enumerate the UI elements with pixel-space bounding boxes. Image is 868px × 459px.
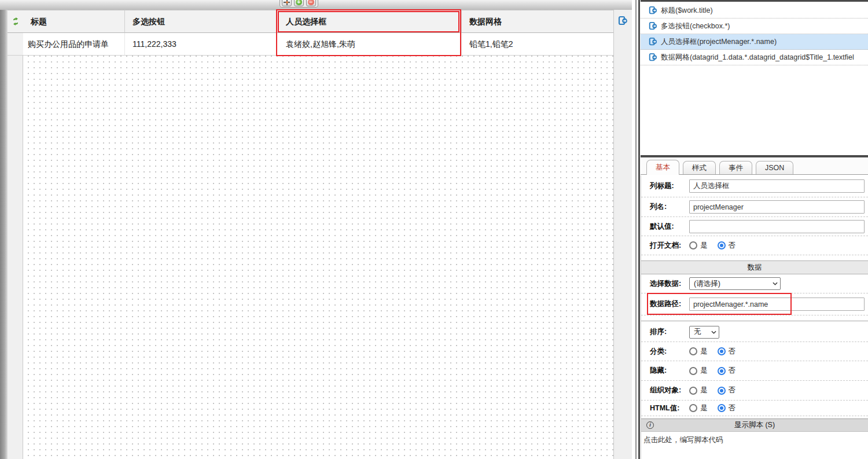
grid-col-header-title[interactable]: 标题 [23, 10, 124, 33]
prop-label-sort: 排序: [650, 327, 689, 337]
prop-row-html-value: HTML值: 是 否 [641, 401, 868, 416]
canvas-left-edge [0, 10, 8, 459]
grid-cell-title[interactable]: 购买办公用品的申请单 [23, 33, 124, 56]
org-object-radio-yes[interactable] [689, 387, 697, 395]
tab-basic[interactable]: 基本 [646, 160, 679, 175]
grid-col-header-person[interactable]: 人员选择框 [276, 10, 461, 33]
tree-item-label: 数据网格(datagrid_1.data.*.datagrid_datagrid… [661, 53, 854, 63]
show-script-bar[interactable]: i 显示脚本 (S) [641, 418, 868, 432]
radio-yes-label: 是 [700, 385, 708, 395]
remove-icon: − [308, 0, 314, 5]
grid-cell-datagrid[interactable]: 铅笔1,铅笔2 [461, 33, 613, 56]
default-value-input[interactable] [689, 220, 865, 233]
add-column-button[interactable]: + [294, 0, 304, 6]
prop-label-html-value: HTML值: [650, 403, 689, 413]
select-data-value: (请选择) [694, 279, 720, 289]
radio-yes-label: 是 [700, 241, 708, 251]
tree-item-label: 人员选择框(projectMenager.*.name) [661, 37, 777, 47]
radio-no-label: 否 [729, 403, 736, 413]
open-doc-radio-yes[interactable] [689, 241, 697, 249]
chevron-down-icon [711, 331, 716, 334]
doc-export-icon [649, 21, 657, 31]
section-end-divider [641, 315, 868, 321]
col-name-input[interactable] [689, 200, 865, 214]
remove-column-button[interactable]: − [306, 0, 316, 6]
prop-label-select-data: 选择数据: [650, 279, 689, 289]
move-icon [284, 0, 290, 5]
swap-icon [12, 17, 20, 25]
tab-json[interactable]: JSON [756, 161, 793, 174]
prop-row-org-object: 组织对象: 是 否 [641, 381, 868, 401]
radio-yes-label: 是 [700, 347, 708, 357]
prop-label-hidden: 隐藏: [650, 366, 689, 376]
prop-row-open-doc: 打开文档: 是 否 [641, 236, 868, 255]
grid-cell-person[interactable]: 袁绪姣,赵旭锋,朱萌 [276, 33, 461, 56]
properties-pane: 标题($work.title) 多选按钮(checkbox.*) 人员选择框(p… [641, 0, 868, 459]
grid-corner-cell[interactable] [8, 10, 23, 33]
hidden-radio-yes[interactable] [689, 367, 697, 375]
html-value-radio-no[interactable] [718, 404, 726, 412]
tree-item-person-selected[interactable]: 人员选择框(projectMenager.*.name) [641, 34, 868, 50]
doc-export-icon [649, 37, 657, 47]
grid-col-header-checkbox[interactable]: 多选按钮 [124, 10, 276, 33]
tree-item-checkbox[interactable]: 多选按钮(checkbox.*) [641, 19, 868, 34]
prop-row-sort: 排序: 无 [641, 322, 868, 342]
open-doc-radio-no[interactable] [718, 241, 726, 249]
col-title-input[interactable] [689, 179, 865, 193]
basic-properties-panel: 列标题: 列名: 默认值: 打开文档: 是 否 数据 [641, 175, 868, 459]
show-script-label: 显示脚本 (S) [734, 421, 775, 429]
script-hint-area[interactable]: 点击此处，编写脚本代码 [641, 432, 868, 445]
pane-splitter[interactable] [632, 0, 641, 459]
prop-label-col-title: 列标题: [650, 181, 689, 191]
radio-yes-label: 是 [700, 403, 708, 413]
field-binding-tree: 标题($work.title) 多选按钮(checkbox.*) 人员选择框(p… [641, 0, 868, 155]
prop-label-default-value: 默认值: [650, 222, 689, 232]
prop-label-data-path: 数据路径: [650, 299, 689, 309]
tab-events[interactable]: 事件 [719, 161, 752, 174]
org-object-radio-no[interactable] [718, 387, 726, 395]
tree-item-label: 多选按钮(checkbox.*) [661, 21, 730, 31]
prop-label-open-doc: 打开文档: [650, 241, 689, 251]
design-canvas[interactable] [23, 56, 613, 459]
tree-item-title[interactable]: 标题($work.title) [641, 3, 868, 19]
grid-cell-checkbox[interactable]: 111,222,333 [124, 33, 276, 56]
radio-no-label: 否 [729, 241, 736, 251]
grid-right-filler [613, 10, 632, 459]
html-value-radio-yes[interactable] [689, 404, 697, 412]
radio-yes-label: 是 [700, 366, 708, 376]
doc-export-icon[interactable] [618, 16, 628, 27]
data-section-header: 数据 [641, 260, 868, 274]
prop-row-data-path: 数据路径: [641, 293, 868, 315]
category-radio-no[interactable] [718, 347, 726, 355]
select-data-dropdown[interactable]: (请选择) [689, 277, 781, 290]
property-tabs: 基本 样式 事件 JSON [641, 157, 868, 175]
radio-no-label: 否 [729, 347, 736, 357]
prop-label-org-object: 组织对象: [650, 385, 689, 395]
prop-label-col-name: 列名: [650, 202, 689, 212]
hidden-radio-no[interactable] [718, 367, 726, 375]
widget-toolbar: + − [279, 0, 318, 8]
prop-row-col-title: 列标题: [641, 175, 868, 197]
radio-no-label: 否 [729, 366, 736, 376]
info-icon: i [646, 421, 654, 429]
grid-row-gutter [8, 33, 23, 56]
prop-row-select-data: 选择数据: (请选择) [641, 274, 868, 293]
form-designer-app: 标题 多选按钮 人员选择框 数据网格 购买办公用品的申请单 111,222,33… [0, 0, 868, 459]
radio-no-label: 否 [729, 385, 736, 395]
sort-value: 无 [694, 327, 701, 337]
category-radio-yes[interactable] [689, 347, 697, 355]
grid-gutter-column [8, 10, 23, 459]
prop-row-category: 分类: 是 否 [641, 342, 868, 361]
tree-item-label: 标题($work.title) [661, 6, 713, 16]
grid-col-header-datagrid[interactable]: 数据网格 [461, 10, 613, 33]
move-widget-button[interactable] [282, 0, 292, 6]
tab-style[interactable]: 样式 [683, 161, 716, 174]
prop-row-col-name: 列名: [641, 197, 868, 217]
tree-item-datagrid[interactable]: 数据网格(datagrid_1.data.*.datagrid_datagrid… [641, 50, 868, 65]
add-icon: + [296, 0, 302, 5]
prop-row-hidden: 隐藏: 是 否 [641, 361, 868, 381]
sort-dropdown[interactable]: 无 [689, 326, 719, 339]
prop-row-default-value: 默认值: [641, 217, 868, 236]
doc-export-icon [649, 6, 657, 16]
data-path-input[interactable] [689, 298, 865, 311]
